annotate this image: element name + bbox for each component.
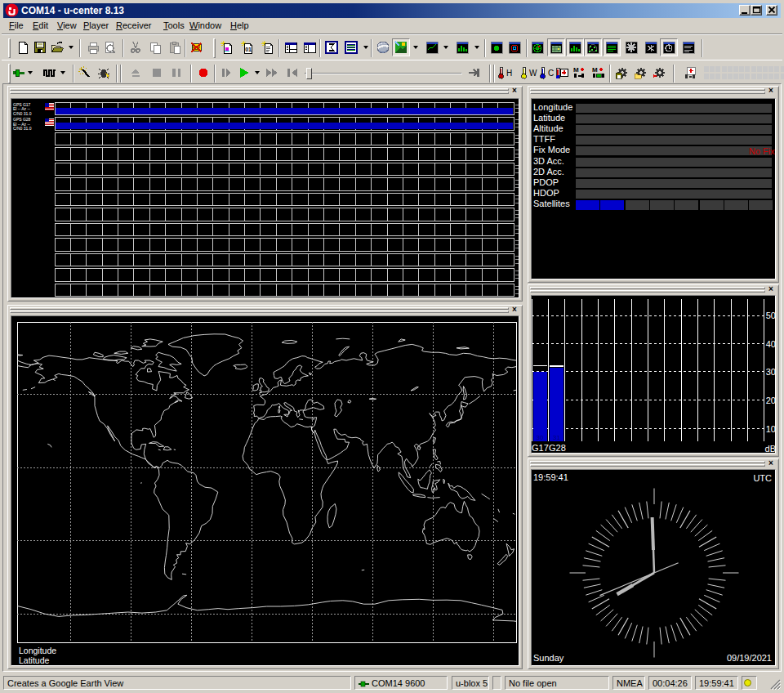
svg-text:M: M xyxy=(592,66,598,74)
svg-text:31: 31 xyxy=(553,434,560,441)
svg-text:C/N0 31.0: C/N0 31.0 xyxy=(13,111,32,116)
svg-text:M: M xyxy=(573,66,579,74)
svg-text:01: 01 xyxy=(245,47,252,52)
svg-text:20: 20 xyxy=(766,396,776,405)
svg-text:30: 30 xyxy=(537,434,544,441)
svg-text:dB: dB xyxy=(765,444,776,454)
svg-text:50: 50 xyxy=(766,311,776,320)
svg-text:40: 40 xyxy=(766,339,776,349)
svg-text:C/N0 31.0: C/N0 31.0 xyxy=(13,126,32,131)
svg-text:G28: G28 xyxy=(549,443,566,453)
svg-text:G17: G17 xyxy=(532,443,549,453)
svg-text:30: 30 xyxy=(766,367,776,377)
svg-text:10: 10 xyxy=(766,424,776,434)
